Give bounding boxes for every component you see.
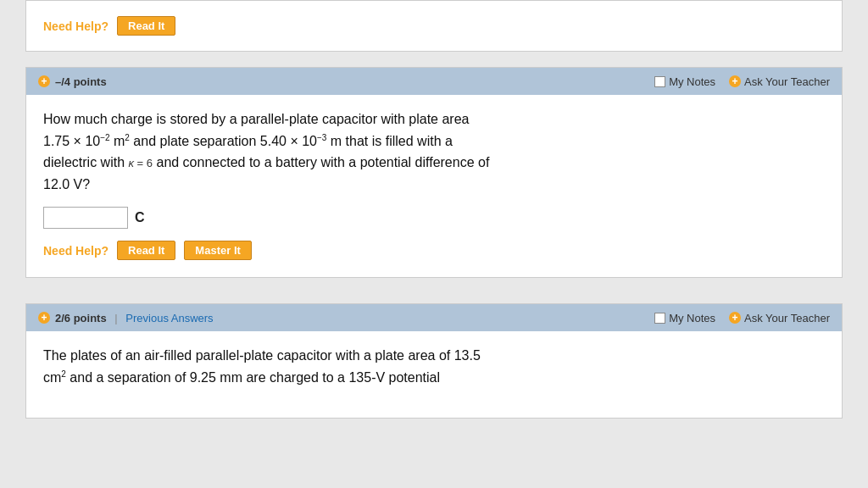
question-6-ask-teacher-label: Ask Your Teacher: [744, 312, 830, 324]
question-5-answer-input[interactable]: [43, 207, 128, 229]
question-6-body: The plates of an air-filled parallel-pla…: [26, 331, 842, 417]
question-5-header-right: My Notes + Ask Your Teacher: [654, 75, 830, 88]
question-6-previous-answers[interactable]: Previous Answers: [125, 312, 213, 324]
question-5-need-help-row: Need Help? Read It Master It: [43, 241, 825, 260]
question-5-answer-row: C: [43, 207, 825, 229]
question-5-plus-icon: +: [38, 75, 50, 87]
question-6-text: The plates of an air-filled parallel-pla…: [43, 345, 825, 388]
q6-text2: cm2 and a separation of 9.25 mm are char…: [43, 370, 440, 385]
question-5-ask-teacher-icon: +: [729, 75, 741, 87]
top-partial-card: Need Help? Read It: [25, 0, 843, 52]
question-5-read-it-button[interactable]: Read It: [117, 241, 175, 260]
question-6-ask-teacher-icon: +: [729, 312, 741, 324]
question-5-my-notes-label: My Notes: [669, 75, 715, 88]
question-5-my-notes[interactable]: My Notes: [654, 75, 715, 88]
question-5-notes-checkbox[interactable]: [654, 76, 665, 87]
question-5-text: How much charge is stored by a parallel-…: [43, 108, 825, 195]
question-6-separator: |: [112, 312, 121, 324]
question-5-ask-teacher[interactable]: + Ask Your Teacher: [729, 75, 830, 88]
question-5-header-left: + –/4 points: [38, 75, 107, 88]
question-5-need-help-label: Need Help?: [43, 244, 108, 258]
question-6-my-notes[interactable]: My Notes: [654, 312, 715, 324]
question-5-ask-teacher-label: Ask Your Teacher: [744, 75, 830, 88]
q5-text3: dielectric with κ = 6 and connected to a…: [43, 155, 489, 169]
question-6-my-notes-label: My Notes: [669, 312, 715, 324]
question-5-body: How much charge is stored by a parallel-…: [26, 95, 842, 277]
kappa-label: κ = 6: [128, 157, 153, 169]
question-6-header: + 2/6 points | Previous Answers My Notes…: [26, 304, 842, 331]
question-6-notes-checkbox[interactable]: [654, 313, 665, 324]
q5-text2: 1.75 × 10−2 m2 and plate separation 5.40…: [43, 134, 453, 148]
question-5-master-it-button[interactable]: Master It: [184, 241, 251, 260]
q6-text1: The plates of an air-filled parallel-pla…: [43, 348, 481, 363]
question-5-points: –/4 points: [55, 75, 107, 88]
q5-text4: 12.0 V?: [43, 177, 90, 191]
question-6-points: 2/6 points: [55, 312, 107, 324]
question-5-unit: C: [135, 210, 145, 225]
question-5-header: + –/4 points My Notes + Ask Your Teacher: [26, 68, 842, 95]
top-need-help-row: Need Help? Read It: [43, 16, 825, 36]
question-6-ask-teacher[interactable]: + Ask Your Teacher: [729, 312, 830, 324]
page-wrapper: Need Help? Read It + –/4 points My Notes…: [0, 0, 868, 488]
q5-text1: How much charge is stored by a parallel-…: [43, 112, 469, 126]
top-need-help-label: Need Help?: [43, 19, 108, 33]
question-5-card: + –/4 points My Notes + Ask Your Teacher…: [25, 67, 843, 278]
question-6-header-left: + 2/6 points | Previous Answers: [38, 312, 214, 324]
question-6-card: + 2/6 points | Previous Answers My Notes…: [25, 303, 843, 418]
top-read-it-button[interactable]: Read It: [117, 16, 175, 36]
question-6-plus-icon: +: [38, 312, 50, 324]
question-6-header-right: My Notes + Ask Your Teacher: [654, 312, 830, 324]
